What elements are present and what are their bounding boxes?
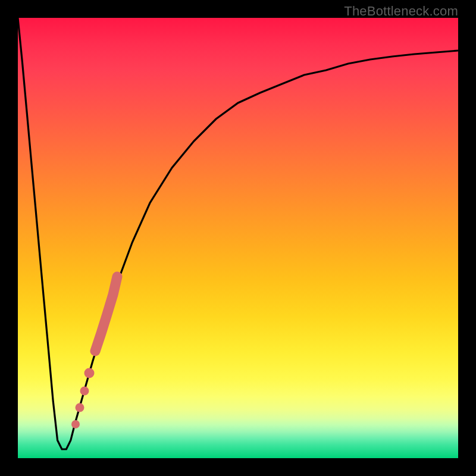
highlight-dot-1	[84, 368, 95, 378]
highlight-upper	[95, 277, 117, 351]
curve-layer	[18, 18, 458, 458]
chart-frame: TheBottleneck.com	[0, 0, 476, 476]
highlight-dot-2	[80, 387, 89, 396]
bottleneck-curve	[18, 18, 458, 449]
highlight-dot-4	[71, 420, 80, 428]
highlight-dot-3	[76, 403, 84, 412]
attribution-label: TheBottleneck.com	[344, 4, 458, 19]
plot-area	[18, 18, 458, 458]
